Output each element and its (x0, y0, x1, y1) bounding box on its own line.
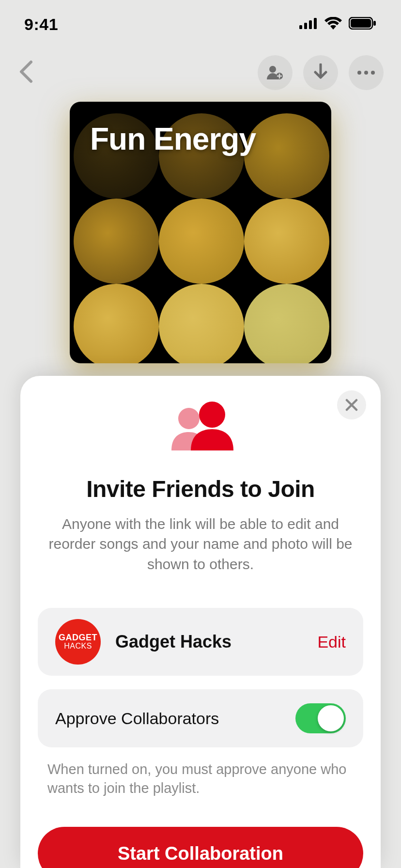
svg-rect-2 (309, 20, 312, 29)
download-button[interactable] (303, 55, 338, 90)
people-icon (38, 398, 363, 451)
svg-point-10 (364, 71, 368, 75)
edit-button[interactable]: Edit (317, 633, 346, 651)
cellular-icon (299, 17, 318, 31)
svg-rect-0 (299, 25, 302, 29)
profile-name: Gadget Hacks (115, 632, 317, 652)
playlist-title: Fun Energy (90, 121, 256, 157)
profile-row: GADGET HACKS Gadget Hacks Edit (38, 608, 363, 676)
svg-point-13 (199, 402, 225, 428)
status-bar: 9:41 (0, 0, 401, 48)
back-button[interactable] (17, 60, 35, 85)
svg-point-7 (269, 66, 276, 73)
svg-rect-5 (351, 19, 371, 28)
approve-toggle[interactable] (295, 703, 346, 733)
nav-bar (0, 48, 401, 97)
battery-icon (349, 17, 377, 31)
svg-point-12 (178, 408, 200, 429)
svg-rect-3 (314, 18, 317, 29)
sheet-description: Anyone with the link will be able to edi… (38, 514, 363, 574)
status-time: 9:41 (24, 15, 58, 34)
invite-sheet: Invite Friends to Join Anyone with the l… (20, 376, 381, 868)
svg-rect-1 (304, 23, 307, 29)
add-person-button[interactable] (258, 55, 293, 90)
wifi-icon (324, 17, 342, 31)
approve-collaborators-row: Approve Collaborators (38, 689, 363, 747)
svg-rect-6 (373, 21, 376, 26)
approve-label: Approve Collaborators (55, 709, 295, 728)
sheet-title: Invite Friends to Join (38, 476, 363, 502)
status-indicators (299, 17, 377, 31)
playlist-artwork: Fun Energy (70, 102, 331, 363)
svg-point-9 (357, 71, 361, 75)
more-button[interactable] (349, 55, 384, 90)
start-collaboration-button[interactable]: Start Collaboration (38, 827, 363, 868)
avatar-text-line2: HACKS (64, 642, 92, 651)
avatar: GADGET HACKS (55, 619, 101, 665)
svg-point-11 (371, 71, 375, 75)
close-button[interactable] (337, 390, 366, 419)
approve-helper-text: When turned on, you must approve anyone … (38, 760, 363, 798)
avatar-text-line1: GADGET (59, 633, 97, 642)
